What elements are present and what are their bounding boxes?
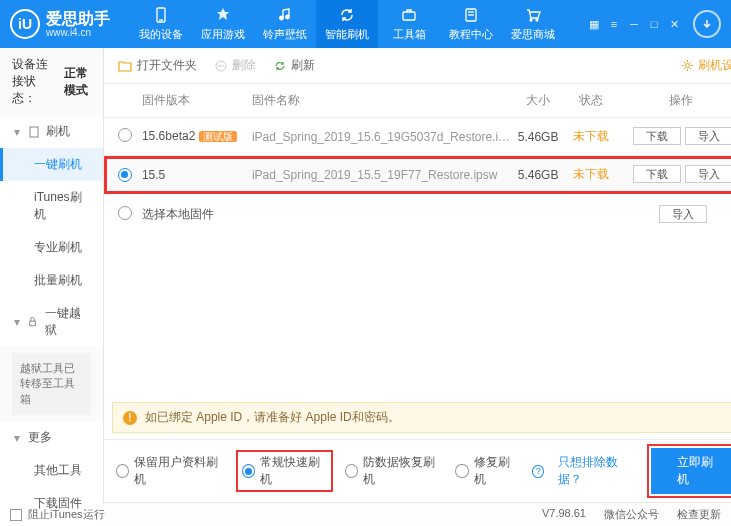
col-size: 大小 <box>510 92 566 109</box>
main-nav: 我的设备 应用游戏 铃声壁纸 智能刷机 工具箱 教程中心 爱思商城 <box>130 0 564 48</box>
info-icon[interactable]: ? <box>532 465 544 478</box>
exclude-data-link[interactable]: 只想排除数据？ <box>558 454 637 488</box>
download-button[interactable]: 下载 <box>633 165 681 183</box>
mode-radio[interactable] <box>116 464 129 478</box>
chevron-down-icon: ▾ <box>14 315 21 329</box>
fw-state: 未下载 <box>566 128 616 145</box>
table-header: 固件版本 固件名称 大小 状态 操作 <box>104 84 731 118</box>
music-icon <box>276 6 294 24</box>
import-button[interactable]: 导入 <box>685 127 731 145</box>
brand-site: www.i4.cn <box>46 27 110 38</box>
flash-icon <box>28 126 40 138</box>
brand-name: 爱思助手 <box>46 10 110 28</box>
sidebar-item-other[interactable]: 其他工具 <box>0 454 103 487</box>
local-firmware-row[interactable]: 选择本地固件 导入 <box>104 194 731 235</box>
nav-label: 我的设备 <box>139 27 183 42</box>
row-radio[interactable] <box>118 128 132 142</box>
wechat-link[interactable]: 微信公众号 <box>604 507 659 522</box>
fw-settings-button[interactable]: 刷机设置 <box>681 57 731 74</box>
tool-label: 打开文件夹 <box>137 57 197 74</box>
fw-state: 未下载 <box>566 166 616 183</box>
open-folder-button[interactable]: 打开文件夹 <box>118 57 197 74</box>
svg-rect-10 <box>30 127 38 137</box>
mode-quick[interactable]: 常规快速刷机 <box>238 452 331 490</box>
section-title: 更多 <box>28 429 52 446</box>
download-ring-icon[interactable] <box>693 10 721 38</box>
nav-label: 工具箱 <box>393 27 426 42</box>
nav-my-device[interactable]: 我的设备 <box>130 0 192 48</box>
import-button[interactable]: 导入 <box>659 205 707 223</box>
mode-radio[interactable] <box>455 464 468 478</box>
minimize-button[interactable]: ─ <box>625 17 643 31</box>
svg-point-3 <box>286 15 290 19</box>
refresh-button[interactable]: 刷新 <box>274 57 315 74</box>
mode-keep-data[interactable]: 保留用户资料刷机 <box>116 454 224 488</box>
check-update-link[interactable]: 检查更新 <box>677 507 721 522</box>
chevron-down-icon: ▾ <box>14 431 22 445</box>
section-more[interactable]: ▾更多 <box>0 421 103 454</box>
delete-icon <box>215 60 227 72</box>
menu-icon[interactable]: ▦ <box>585 17 603 31</box>
mode-label: 常规快速刷机 <box>260 454 327 488</box>
row-radio[interactable] <box>118 206 132 220</box>
toolbox-icon <box>400 6 418 24</box>
svg-rect-11 <box>30 321 36 326</box>
col-name: 固件名称 <box>252 92 510 109</box>
mode-anti-recovery[interactable]: 防数据恢复刷机 <box>345 454 441 488</box>
nav-tutorials[interactable]: 教程中心 <box>440 0 502 48</box>
titlebar: iU 爱思助手 www.i4.cn 我的设备 应用游戏 铃声壁纸 智能刷机 工具… <box>0 0 731 48</box>
sidebar: 设备连接状态： 正常模式 ▾刷机 一键刷机 iTunes刷机 专业刷机 批量刷机… <box>0 48 104 502</box>
nav-apps[interactable]: 应用游戏 <box>192 0 254 48</box>
row-radio[interactable] <box>118 168 132 182</box>
mode-radio[interactable] <box>242 464 255 478</box>
sidebar-item-itunes[interactable]: iTunes刷机 <box>0 181 103 231</box>
version-label: V7.98.61 <box>542 507 586 522</box>
window-controls: ▦ ≡ ─ □ ✕ <box>585 10 721 38</box>
block-itunes-checkbox[interactable] <box>10 509 22 521</box>
tool-label: 刷新 <box>291 57 315 74</box>
section-jailbreak[interactable]: ▾一键越狱 <box>0 297 103 347</box>
brand: iU 爱思助手 www.i4.cn <box>10 9 110 39</box>
col-ops: 操作 <box>616 92 731 109</box>
device-status: 设备连接状态： 正常模式 <box>0 48 103 115</box>
warning-text: 如已绑定 Apple ID，请准备好 Apple ID和密码。 <box>145 409 400 426</box>
jailbreak-note: 越狱工具已转移至工具箱 <box>12 353 91 415</box>
download-button[interactable]: 下载 <box>633 127 681 145</box>
section-flash[interactable]: ▾刷机 <box>0 115 103 148</box>
toolbar: 打开文件夹 删除 刷新 刷机设置 <box>104 48 731 84</box>
mode-radio[interactable] <box>345 464 358 478</box>
nav-store[interactable]: 爱思商城 <box>502 0 564 48</box>
col-state: 状态 <box>566 92 616 109</box>
table-row[interactable]: 15.5 iPad_Spring_2019_15.5_19F77_Restore… <box>104 156 731 194</box>
mode-repair[interactable]: 修复刷机 <box>455 454 518 488</box>
table-row[interactable]: 15.6beta2测试版 iPad_Spring_2019_15.6_19G50… <box>104 118 731 156</box>
sidebar-item-pro[interactable]: 专业刷机 <box>0 231 103 264</box>
close-button[interactable]: ✕ <box>665 17 683 31</box>
fw-name: iPad_Spring_2019_15.6_19G5037d_Restore.i… <box>252 130 510 144</box>
phone-icon <box>152 6 170 24</box>
tool-label: 删除 <box>232 57 256 74</box>
svg-point-2 <box>280 16 284 20</box>
sidebar-item-batch[interactable]: 批量刷机 <box>0 264 103 297</box>
section-title: 一键越狱 <box>45 305 89 339</box>
gear-icon <box>681 59 694 72</box>
sidebar-item-oneclick[interactable]: 一键刷机 <box>0 148 103 181</box>
nav-flash[interactable]: 智能刷机 <box>316 0 378 48</box>
fw-size: 5.46GB <box>510 168 566 182</box>
mode-row: 保留用户资料刷机 常规快速刷机 防数据恢复刷机 修复刷机 ? 只想排除数据？ 立… <box>104 439 731 502</box>
col-version: 固件版本 <box>142 92 252 109</box>
nav-label: 铃声壁纸 <box>263 27 307 42</box>
settings-icon[interactable]: ≡ <box>605 17 623 31</box>
maximize-button[interactable]: □ <box>645 17 663 31</box>
nav-ringtones[interactable]: 铃声壁纸 <box>254 0 316 48</box>
nav-label: 应用游戏 <box>201 27 245 42</box>
fw-version: 15.5 <box>142 168 165 182</box>
fw-size: 5.46GB <box>510 130 566 144</box>
nav-label: 爱思商城 <box>511 27 555 42</box>
nav-toolbox[interactable]: 工具箱 <box>378 0 440 48</box>
cart-icon <box>524 6 542 24</box>
import-button[interactable]: 导入 <box>685 165 731 183</box>
flash-now-button[interactable]: 立即刷机 <box>651 448 731 494</box>
svg-rect-4 <box>403 12 415 20</box>
mode-label: 修复刷机 <box>474 454 519 488</box>
